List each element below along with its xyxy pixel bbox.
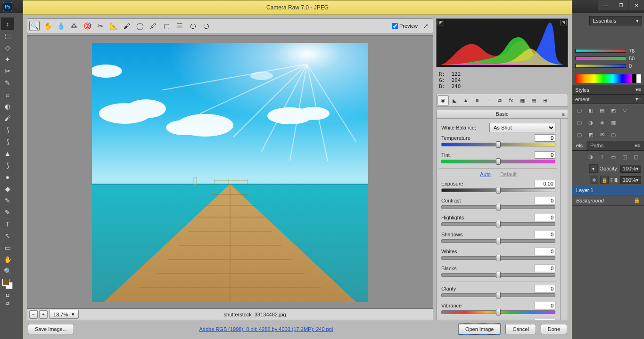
swatch[interactable] [2, 279, 13, 289]
minimize-button[interactable]: — [598, 0, 613, 10]
zoom-out-button[interactable]: − [29, 310, 38, 319]
cancel-button[interactable]: Cancel [505, 324, 536, 334]
open-image-button[interactable]: Open Image [458, 324, 501, 334]
cr-tool-10[interactable]: ▢ [161, 21, 172, 31]
cr-tool-3[interactable]: ⁂ [69, 21, 79, 31]
histogram[interactable]: ◤ ◥ [436, 18, 568, 67]
ps-tool-21[interactable]: 🔍 [1, 266, 14, 277]
slider-input[interactable] [535, 197, 555, 204]
default-link[interactable]: Default [500, 171, 517, 177]
lock-move-icon[interactable]: ✥ [590, 176, 598, 184]
tab-channels[interactable]: els [572, 141, 586, 150]
ps-tool-20[interactable]: ✋ [1, 254, 14, 265]
ps-tool-12[interactable]: ⟆ [1, 160, 14, 171]
slider-track[interactable] [441, 273, 555, 277]
auto-link[interactable]: Auto [480, 171, 491, 177]
adjust-b-icon-2[interactable]: ◈ [598, 118, 606, 127]
ps-tool-0[interactable]: ↕ [1, 18, 14, 30]
cr-canvas[interactable] [27, 35, 433, 309]
cr-tab-6[interactable]: fx [505, 95, 517, 105]
ps-tool-7[interactable]: ◐ [1, 101, 14, 112]
slider-input[interactable] [535, 180, 555, 187]
styles-header[interactable]: Styles▾≡ [572, 85, 644, 95]
ps-tool-8[interactable]: 🖌 [1, 113, 14, 124]
slider-track[interactable] [441, 222, 555, 226]
adjust-c-icon-2[interactable]: ✉ [598, 130, 606, 139]
zoom-in-button[interactable]: + [39, 310, 48, 319]
ps-tool-6[interactable]: ⌕ [1, 89, 14, 100]
cr-tab-8[interactable]: ▤ [528, 95, 539, 105]
cr-tab-2[interactable]: ▲ [460, 95, 471, 105]
slider-track[interactable] [441, 160, 555, 163]
ps-tool-2[interactable]: ◇ [1, 42, 14, 53]
screenmode-icon[interactable]: ⧉ [1, 299, 14, 307]
cr-tab-9[interactable]: ⊞ [539, 95, 551, 105]
color-bar-1[interactable] [575, 56, 626, 60]
cr-tab-7[interactable]: ▦ [517, 95, 528, 105]
adjust-b-icon-1[interactable]: ◑ [586, 118, 595, 127]
ps-tool-19[interactable]: ▭ [1, 242, 14, 253]
adjust-a-icon-2[interactable]: ▤ [598, 106, 606, 114]
ps-tool-13[interactable]: ● [1, 171, 14, 183]
foreground-swatch[interactable] [2, 279, 9, 286]
white-balance-select[interactable]: As Shot [489, 123, 555, 132]
slider-thumb[interactable] [496, 221, 501, 227]
cr-tool-12[interactable]: ⭮ [188, 21, 198, 31]
cr-tool-1[interactable]: ✋ [42, 21, 53, 31]
ps-tool-3[interactable]: ✦ [1, 54, 14, 65]
menu-icon[interactable]: ▾≡ [636, 87, 641, 93]
adjust-c-icon-1[interactable]: ◩ [586, 130, 595, 139]
cr-tool-5[interactable]: ✂ [95, 21, 106, 31]
cr-tool-8[interactable]: ◯ [135, 21, 145, 31]
slider-input[interactable] [535, 248, 555, 255]
cr-tool-4[interactable]: 🎯 [82, 21, 92, 31]
shadow-clip-icon[interactable]: ◤ [438, 20, 444, 25]
slider-thumb[interactable] [496, 158, 501, 165]
adjust-b-icon-0[interactable]: ▢ [575, 118, 584, 127]
tab-paths[interactable]: Paths [586, 141, 607, 150]
cr-tool-9[interactable]: 🖊 [148, 21, 158, 31]
layer-icon-3[interactable]: ▭ [609, 153, 618, 161]
highlight-clip-icon[interactable]: ◥ [560, 20, 567, 25]
cr-tool-11[interactable]: ☰ [174, 21, 185, 31]
cr-tool-6[interactable]: 📐 [108, 21, 119, 31]
ps-tool-9[interactable]: ⟆ [1, 124, 14, 136]
slider-input[interactable] [535, 134, 555, 142]
slider-input[interactable] [535, 319, 555, 320]
preview-checkbox[interactable]: Preview [392, 23, 418, 29]
cr-tool-2[interactable]: 💧 [56, 21, 66, 31]
ps-tool-16[interactable]: ✎ [1, 207, 14, 218]
adjust-a-icon-4[interactable]: ▽ [620, 106, 629, 114]
slider-thumb[interactable] [496, 204, 501, 210]
maximize-button[interactable]: ❐ [613, 0, 628, 10]
slider-track[interactable] [441, 188, 555, 192]
slider-input[interactable] [535, 151, 555, 159]
ps-tool-1[interactable]: ⬚ [1, 30, 14, 41]
adjust-a-icon-3[interactable]: ◩ [609, 106, 618, 114]
cr-tab-5[interactable]: ⧉ [494, 95, 505, 105]
layer-row-1[interactable]: Background🔒 [572, 195, 644, 206]
ps-tool-4[interactable]: ✂ [1, 65, 14, 77]
cr-tool-13[interactable]: ⭯ [201, 21, 211, 31]
ps-tool-5[interactable]: ✎ [1, 77, 14, 89]
ps-tool-14[interactable]: ◆ [1, 183, 14, 194]
slider-track[interactable] [441, 310, 555, 314]
color-bar-2[interactable] [575, 64, 626, 68]
slider-track[interactable] [441, 239, 555, 243]
workflow-link[interactable]: Adobe RGB (1998); 8 bit; 4288 by 4000 (1… [79, 326, 454, 332]
slider-input[interactable] [535, 265, 555, 272]
slider-track[interactable] [441, 293, 555, 297]
layer-icon-1[interactable]: ◑ [586, 153, 595, 161]
adjust-c-icon-3[interactable]: ▢ [609, 130, 618, 139]
zoom-dropdown[interactable]: 13.7%▾ [49, 310, 79, 319]
workspace-picker[interactable]: Essentials ▾ [589, 16, 642, 25]
slider-input[interactable] [535, 231, 555, 238]
opacity-value[interactable]: 100%▾ [620, 165, 641, 173]
blend-dropdown[interactable]: ▾ [589, 164, 598, 173]
hue-spectrum[interactable] [575, 74, 641, 83]
cr-tab-0[interactable]: ◉ [438, 95, 449, 105]
menu-icon[interactable]: ▾≡ [631, 141, 644, 150]
panel-scrollbar[interactable] [560, 119, 568, 320]
cr-tab-3[interactable]: ≡ [471, 95, 483, 105]
cr-tab-1[interactable]: ◣ [449, 95, 460, 105]
